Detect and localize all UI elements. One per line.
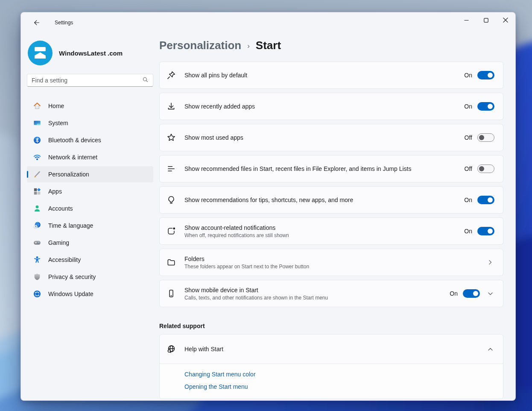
help-card-title: Help with Start — [184, 346, 481, 352]
help-link[interactable]: Changing Start menu color — [184, 371, 256, 378]
account-notification-icon — [167, 226, 176, 236]
sidebar-item-personalization[interactable]: Personalization — [27, 166, 153, 182]
search-icon — [142, 76, 149, 85]
maximize-icon — [484, 17, 488, 24]
toggle-state-label: Off — [465, 165, 472, 172]
bluetooth-icon — [33, 136, 41, 144]
sidebar-item-label: Gaming — [48, 239, 69, 246]
minimize-icon — [464, 17, 469, 24]
sidebar-item-home[interactable]: Home — [27, 98, 153, 114]
toggle-switch[interactable] — [477, 71, 494, 79]
star-icon — [167, 133, 176, 142]
sidebar-item-accessibility[interactable]: Accessibility — [27, 252, 153, 268]
sidebar-item-privacy-security[interactable]: Privacy & security — [27, 269, 153, 285]
back-button[interactable] — [30, 18, 43, 29]
network-icon — [33, 153, 41, 161]
sidebar-item-bluetooth-devices[interactable]: Bluetooth & devices — [27, 132, 153, 148]
sidebar-item-system[interactable]: System — [27, 115, 153, 131]
sidebar-item-label: Network & internet — [48, 154, 97, 161]
windowslatest-logo-icon — [28, 41, 53, 65]
sidebar-nav: Home System Bluetooth & devices Network … — [27, 98, 153, 302]
setting-title: Show recently added apps — [184, 103, 459, 110]
setting-title: Show recommendations for tips, shortcuts… — [184, 197, 459, 203]
sidebar-item-label: Time & language — [48, 222, 93, 229]
chevron-down-icon — [487, 291, 494, 297]
sidebar-item-accounts[interactable]: Accounts — [27, 200, 153, 217]
sidebar-item-label: Windows Update — [48, 291, 94, 297]
row-controls: Off — [465, 164, 494, 173]
toggle-state-label: On — [464, 228, 472, 235]
setting-subtitle: These folders appear on Start next to th… — [184, 264, 481, 270]
settings-rows: Show all pins by default On Show recentl… — [159, 62, 503, 307]
settings-row: Show account-related notifications When … — [159, 217, 503, 245]
settings-window: Settings WindowsLatest .com — [20, 12, 516, 401]
toggle-knob — [479, 135, 484, 140]
minimize-button[interactable] — [456, 12, 476, 29]
sidebar-item-apps[interactable]: Apps — [27, 183, 153, 200]
titlebar: Settings — [21, 12, 515, 33]
row-controls: On — [464, 71, 494, 79]
toggle-knob — [488, 229, 493, 234]
setting-title: Show most used apps — [184, 134, 459, 141]
settings-row[interactable]: Show mobile device in Start Calls, texts… — [159, 280, 503, 307]
chevron-right-icon — [487, 259, 493, 265]
help-with-start-header[interactable]: Help with Start — [160, 335, 503, 364]
search-box — [27, 74, 153, 87]
sidebar-item-label: Accessibility — [48, 256, 81, 263]
sidebar-item-gaming[interactable]: Gaming — [27, 235, 153, 251]
gaming-icon — [33, 238, 41, 247]
account-header[interactable]: WindowsLatest .com — [28, 38, 153, 68]
help-link[interactable]: Opening the Start menu — [184, 383, 248, 390]
list-lines-icon — [167, 164, 176, 173]
toggle-switch[interactable] — [463, 289, 480, 298]
toggle-state-label: On — [464, 197, 472, 203]
toggle-switch[interactable] — [477, 196, 494, 204]
back-arrow-icon — [33, 19, 40, 28]
breadcrumb: Personalization › Start — [159, 39, 503, 52]
sidebar-item-windows-update[interactable]: Windows Update — [27, 286, 153, 302]
globe-search-icon — [167, 344, 176, 354]
toggle-switch[interactable] — [477, 164, 494, 173]
setting-title: Show account-related notifications — [184, 224, 459, 231]
sidebar-item-label: Accounts — [48, 205, 73, 212]
collapse-chevron[interactable] — [486, 345, 494, 353]
toggle-knob — [473, 291, 478, 296]
main-content: Personalization › Start Show all pins by… — [159, 33, 515, 400]
sidebar-item-time-language[interactable]: Time & language — [27, 217, 153, 234]
toggle-switch[interactable] — [477, 102, 494, 111]
settings-row: Show most used apps Off — [159, 124, 503, 151]
sidebar-item-network-internet[interactable]: Network & internet — [27, 149, 153, 165]
toggle-switch[interactable] — [477, 133, 494, 142]
breadcrumb-parent[interactable]: Personalization — [159, 39, 241, 52]
privacy-icon — [33, 273, 41, 281]
row-controls — [486, 258, 494, 267]
personalization-icon — [33, 170, 41, 179]
toggle-state-label: On — [464, 103, 472, 110]
row-chevron[interactable] — [486, 258, 494, 267]
apps-icon — [33, 187, 41, 196]
chevron-up-icon — [487, 346, 494, 352]
settings-row: Show all pins by default On — [159, 62, 503, 89]
settings-row[interactable]: Folders These folders appear on Start ne… — [159, 249, 503, 276]
maximize-button[interactable] — [476, 12, 496, 29]
related-support-heading: Related support — [159, 323, 503, 329]
toggle-knob — [488, 104, 493, 109]
toggle-knob — [488, 197, 493, 203]
desktop: Settings WindowsLatest .com — [0, 0, 532, 411]
sidebar-item-label: Apps — [48, 188, 62, 195]
search-input[interactable] — [32, 77, 142, 84]
toggle-switch[interactable] — [477, 227, 494, 235]
help-links: Changing Start menu colorOpening the Sta… — [160, 364, 503, 399]
close-button[interactable] — [496, 12, 515, 29]
toggle-state-label: On — [450, 290, 458, 297]
folder-icon — [167, 258, 176, 267]
sidebar-item-label: Home — [48, 103, 64, 109]
selected-indicator — [27, 171, 28, 178]
setting-title: Show recommended files in Start, recent … — [184, 165, 459, 172]
toggle-state-label: On — [464, 72, 472, 79]
system-icon — [33, 119, 41, 127]
setting-subtitle: Calls, texts, and other notifications ar… — [184, 295, 444, 301]
settings-row: Show recently added apps On — [159, 93, 503, 120]
setting-title: Show all pins by default — [184, 72, 459, 79]
row-chevron[interactable] — [486, 289, 494, 298]
